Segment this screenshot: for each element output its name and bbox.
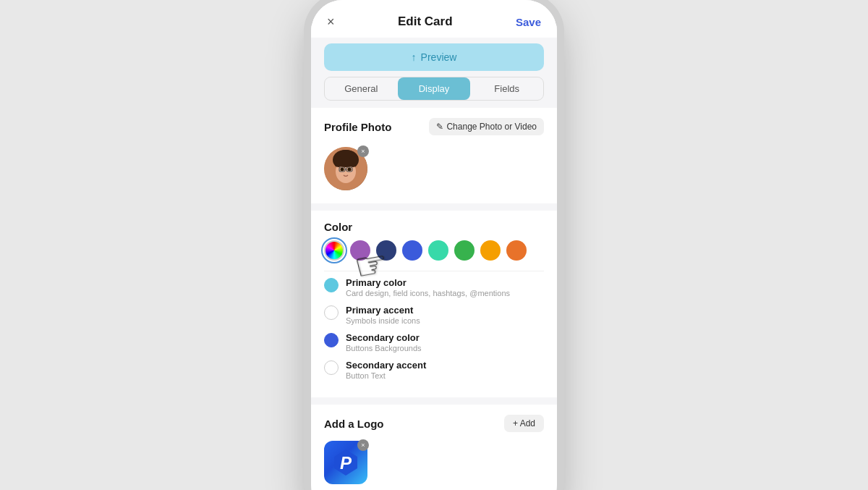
primary-accent-desc: Symbols inside icons [346, 316, 420, 325]
color-role-primary-accent: Primary accent Symbols inside icons [324, 305, 544, 325]
swatch-navy[interactable] [376, 240, 396, 261]
secondary-color-info: Secondary color Buttons Backgrounds [346, 332, 422, 352]
logo-container: P × [324, 441, 367, 484]
color-role-primary: Primary color Card design, field icons, … [324, 277, 544, 297]
svg-text:P: P [340, 453, 352, 473]
swatch-rainbow[interactable] [324, 240, 344, 261]
color-section-title: Color [324, 221, 544, 233]
page-title: Edit Card [398, 14, 453, 29]
change-photo-button[interactable]: ✎ Change Photo or Video [429, 118, 544, 135]
preview-label: Preview [421, 51, 457, 63]
color-swatches [324, 240, 544, 261]
color-role-secondary-accent: Secondary accent Button Text [324, 360, 544, 380]
logo-section-header: Add a Logo + Add [324, 415, 544, 432]
swatch-purple[interactable] [350, 240, 370, 261]
phone-screen: × Edit Card Save ↑ Preview General Displ… [311, 0, 557, 490]
preview-icon: ↑ [412, 51, 417, 63]
phone-frame: × Edit Card Save ↑ Preview General Displ… [311, 0, 557, 490]
preview-button[interactable]: ↑ Preview [324, 43, 544, 71]
close-button[interactable]: × [327, 15, 335, 28]
profile-photo-container: × [324, 147, 367, 190]
swatch-orange[interactable] [506, 240, 527, 261]
logo-section-title: Add a Logo [324, 418, 384, 430]
save-button[interactable]: Save [516, 16, 541, 28]
tab-display[interactable]: Display [398, 77, 471, 100]
header: × Edit Card Save [311, 0, 557, 38]
secondary-accent-dot[interactable] [324, 360, 339, 375]
secondary-color-desc: Buttons Backgrounds [346, 344, 422, 352]
primary-color-desc: Card design, field icons, hashtags, @men… [346, 289, 510, 297]
swatch-teal[interactable] [428, 240, 448, 261]
primary-accent-name: Primary accent [346, 305, 420, 316]
color-section: Color Primary color Card des [311, 211, 557, 397]
profile-photo-section: Profile Photo ✎ Change Photo or Video [311, 108, 557, 203]
primary-color-dot[interactable] [324, 278, 339, 292]
tab-general[interactable]: General [325, 77, 398, 100]
logo-remove-button[interactable]: × [357, 439, 369, 451]
svg-point-9 [334, 156, 343, 167]
swatch-blue[interactable] [402, 240, 422, 261]
add-logo-button[interactable]: + Add [504, 415, 544, 432]
logo-section: Add a Logo + Add P × [311, 405, 557, 490]
secondary-color-name: Secondary color [346, 332, 422, 343]
secondary-accent-desc: Button Text [346, 371, 426, 380]
primary-accent-dot[interactable] [324, 305, 339, 320]
pencil-icon: ✎ [436, 122, 443, 132]
profile-photo-title: Profile Photo [324, 121, 391, 133]
primary-accent-info: Primary accent Symbols inside icons [346, 305, 420, 325]
primary-color-info: Primary color Card design, field icons, … [346, 277, 510, 297]
secondary-color-dot[interactable] [324, 333, 339, 347]
tab-fields[interactable]: Fields [470, 77, 543, 100]
swatch-yellow[interactable] [480, 240, 501, 261]
svg-point-4 [348, 168, 352, 172]
swatch-green[interactable] [454, 240, 475, 261]
secondary-accent-name: Secondary accent [346, 360, 426, 371]
profile-photo-header: Profile Photo ✎ Change Photo or Video [324, 118, 544, 135]
logo-image: P [331, 448, 360, 477]
secondary-accent-info: Secondary accent Button Text [346, 360, 426, 380]
svg-point-10 [349, 156, 357, 167]
change-photo-label: Change Photo or Video [446, 122, 537, 132]
color-role-secondary: Secondary color Buttons Backgrounds [324, 332, 544, 352]
svg-point-3 [341, 168, 344, 172]
tabs-container: General Display Fields [324, 77, 544, 101]
photo-remove-button[interactable]: × [357, 145, 369, 157]
primary-color-name: Primary color [346, 277, 510, 288]
